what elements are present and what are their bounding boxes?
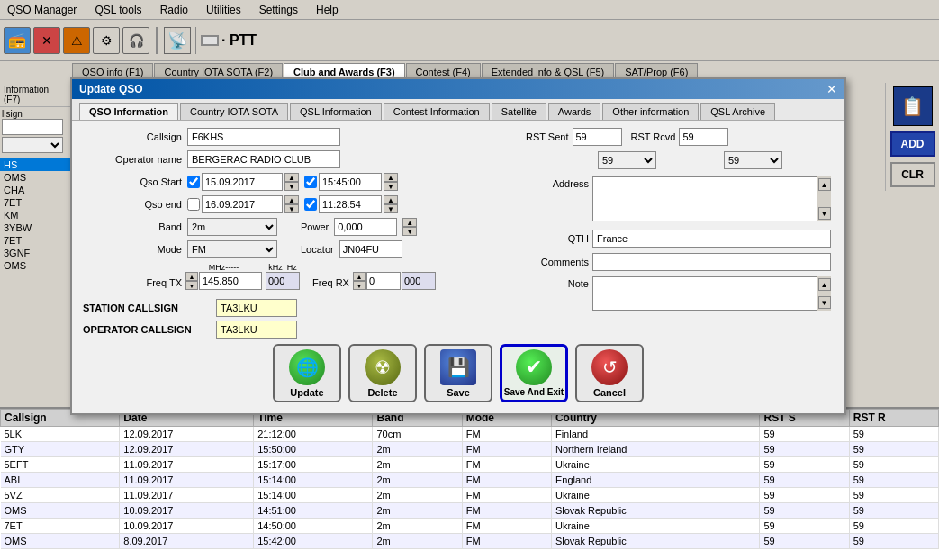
comments-input[interactable]	[592, 253, 831, 271]
delete-button[interactable]: ☢ Delete	[348, 344, 417, 402]
menu-qsl-tools[interactable]: QSL tools	[91, 2, 145, 18]
qso-end-checkbox[interactable]	[187, 198, 200, 211]
address-scroll-down[interactable]: ▼	[818, 207, 831, 220]
callsign-input[interactable]	[187, 128, 340, 146]
freq-tx-up[interactable]: ▲	[185, 272, 198, 281]
qso-start-time-down[interactable]: ▼	[384, 182, 398, 191]
menu-help[interactable]: Help	[312, 2, 342, 18]
operator-input[interactable]	[187, 150, 340, 168]
locator-input[interactable]	[339, 240, 402, 258]
table-row[interactable]: OMS8.09.201715:42:002mFMSlovak Republic5…	[1, 534, 939, 549]
sidebar-item-CHA[interactable]: CHA	[0, 184, 71, 196]
freq-tx-input[interactable]	[199, 272, 262, 290]
qso-end-time-up[interactable]: ▲	[384, 195, 398, 204]
sidebar-callsign-input[interactable]	[2, 119, 63, 135]
sidebar-item-HS[interactable]: HS	[0, 158, 71, 171]
power-down[interactable]: ▼	[402, 227, 417, 236]
qso-end-time[interactable]	[319, 195, 382, 213]
table-row[interactable]: OMS10.09.201714:51:002mFMSlovak Republic…	[1, 503, 939, 519]
qso-table: Callsign Date Time Band Mode Country RST…	[0, 409, 939, 549]
qso-end-date-down[interactable]: ▼	[284, 204, 299, 213]
qso-start-time-up[interactable]: ▲	[384, 173, 398, 182]
rst-rcvd-input[interactable]	[679, 128, 728, 146]
rst-sent-dropdown[interactable]: 59	[598, 151, 656, 169]
sidebar-item-7ET[interactable]: 7ET	[0, 196, 71, 209]
operator-callsign-label: OPERATOR CALLSIGN	[83, 324, 209, 335]
save-button[interactable]: 💾 Save	[424, 344, 492, 402]
table-row[interactable]: ABI11.09.201715:14:002mFMEngland5959	[1, 473, 939, 488]
add-button[interactable]: ADD	[890, 131, 935, 157]
menu-settings[interactable]: Settings	[256, 2, 302, 18]
sidebar-item-7ET2[interactable]: 7ET	[0, 234, 71, 247]
rst-sent-input[interactable]	[573, 128, 622, 146]
table-row[interactable]: 5VZ11.09.201715:14:002mFMUkraine5959	[1, 488, 939, 503]
note-scroll-down[interactable]: ▼	[818, 296, 831, 309]
dialog-close-icon[interactable]: ✕	[826, 82, 837, 96]
qso-start-date-up[interactable]: ▲	[284, 173, 299, 182]
menu-utilities[interactable]: Utilities	[203, 2, 245, 18]
table-row[interactable]: GTY12.09.201715:50:002mFMNorthern Irelan…	[1, 442, 939, 457]
freq-tx-down[interactable]: ▼	[185, 281, 198, 290]
qth-input[interactable]	[592, 230, 831, 248]
save-exit-button[interactable]: ✔ Save And Exit	[500, 344, 568, 402]
dialog-tab-satellite[interactable]: Satellite	[492, 103, 546, 120]
sidebar-item-OMS2[interactable]: OMS	[0, 259, 71, 272]
qso-start-date[interactable]	[202, 173, 283, 191]
address-scroll-up[interactable]: ▲	[818, 178, 831, 191]
toolbar-icon-2[interactable]: ✕	[33, 27, 60, 54]
sidebar-item-3YBW[interactable]: 3YBW	[0, 221, 71, 234]
qso-end-time-down[interactable]: ▼	[384, 204, 398, 213]
qso-start-checkbox[interactable]	[187, 176, 200, 188]
freq-rx-up[interactable]: ▲	[353, 272, 366, 281]
power-input[interactable]	[334, 218, 397, 236]
toolbar-icon-1[interactable]: 📻	[4, 27, 31, 54]
toolbar-antenna-icon[interactable]: 📡	[164, 27, 191, 54]
sidebar-dropdown[interactable]	[2, 137, 63, 153]
qso-end-date-up[interactable]: ▲	[284, 195, 299, 204]
left-column: Callsign Operator name Qso Start	[83, 128, 515, 339]
sidebar-item-OMS[interactable]: OMS	[0, 171, 71, 184]
freq-rx-hz-input[interactable]	[402, 272, 436, 290]
qso-start-time[interactable]	[319, 173, 382, 191]
sidebar-item-KM[interactable]: KM	[0, 209, 71, 221]
qso-end-date[interactable]	[202, 195, 283, 213]
sidebar-item-3GNF[interactable]: 3GNF	[0, 247, 71, 259]
qso-start-date-down[interactable]: ▼	[284, 182, 299, 191]
ptt-label[interactable]	[201, 35, 219, 46]
freq-rx-input[interactable]	[366, 272, 401, 290]
table-row[interactable]: 5EFT11.09.201715:17:002mFMUkraine5959	[1, 457, 939, 473]
freq-rx-down[interactable]: ▼	[353, 281, 366, 290]
power-up[interactable]: ▲	[402, 218, 417, 227]
callsign-label: Callsign	[83, 131, 182, 142]
qso-start-time-checkbox[interactable]	[304, 176, 317, 188]
qso-end-time-checkbox[interactable]	[304, 198, 317, 211]
dialog-tab-country[interactable]: Country IOTA SOTA	[180, 103, 288, 120]
dialog-tab-contest[interactable]: Contest Information	[384, 103, 490, 120]
toolbar-icon-3[interactable]: ⚠	[63, 27, 90, 54]
rst-rcvd-dropdown[interactable]: 59	[724, 151, 782, 169]
note-textarea[interactable]	[592, 276, 831, 311]
toolbar-icon-4[interactable]: ⚙	[93, 27, 120, 54]
dialog-tab-other[interactable]: Other information	[602, 103, 699, 120]
note-scroll-up[interactable]: ▲	[818, 278, 831, 291]
update-button[interactable]: 🌐 Update	[273, 344, 341, 402]
button-row: 🌐 Update ☢ Delete 💾 Save	[83, 339, 834, 406]
clr-button[interactable]: CLR	[890, 162, 935, 187]
station-callsign-input[interactable]	[216, 299, 297, 317]
cancel-button[interactable]: ↺ Cancel	[575, 344, 644, 402]
table-row[interactable]: 5LK12.09.201721:12:0070cmFMFinland5959	[1, 427, 939, 442]
address-textarea[interactable]	[592, 176, 831, 221]
dialog-tab-qso-info[interactable]: QSO Information	[79, 103, 178, 120]
dialog-tab-qsl[interactable]: QSL Information	[290, 103, 382, 120]
dialog-tab-qsl-archive[interactable]: QSL Archive	[700, 103, 775, 120]
menu-qso-manager[interactable]: QSO Manager	[4, 2, 80, 18]
band-label: Band	[83, 221, 182, 232]
dialog-tab-awards[interactable]: Awards	[548, 103, 600, 120]
operator-callsign-input[interactable]	[216, 321, 297, 339]
table-row[interactable]: 7ET10.09.201714:50:002mFMUkraine5959	[1, 519, 939, 534]
band-select[interactable]: 2m	[187, 218, 277, 236]
menu-radio[interactable]: Radio	[157, 2, 192, 18]
mode-select[interactable]: FM	[187, 240, 277, 258]
freq-tx-hz-input[interactable]	[266, 272, 300, 290]
toolbar-icon-5[interactable]: 🎧	[122, 27, 149, 54]
